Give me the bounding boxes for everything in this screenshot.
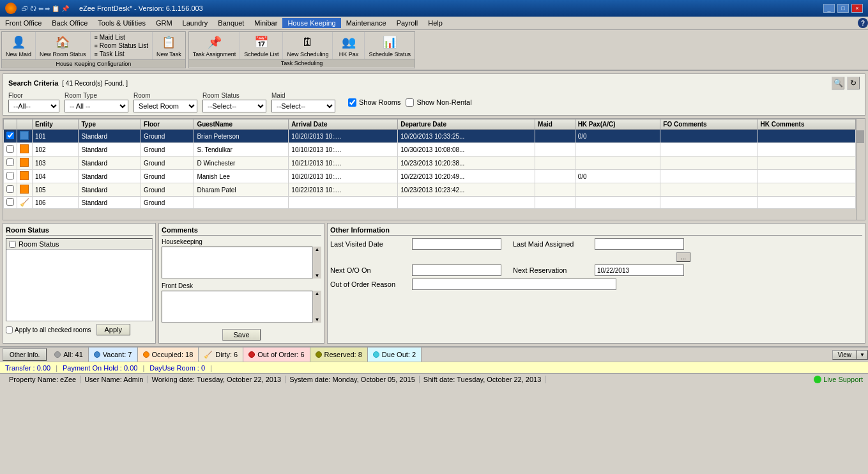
fd-scroll-down-icon[interactable]: ▼ [313,317,321,323]
row-checkbox[interactable] [6,198,14,206]
dots-button[interactable]: ... [676,252,690,262]
menu-banquet[interactable]: Banquet [213,18,249,28]
apply-button[interactable]: Apply [96,324,131,335]
menu-maintenance[interactable]: Maintenance [341,18,392,28]
close-button[interactable]: × [851,4,863,13]
row-entity: 105 [33,183,79,197]
show-rooms-checkbox[interactable] [348,98,356,107]
hk-textarea-scrollbar[interactable]: ▲ ▼ [312,247,321,279]
menu-grm[interactable]: GRM [151,18,178,28]
row-hk-comments [758,183,855,197]
row-checkbox[interactable] [6,185,14,193]
maid-select[interactable]: --Select-- [271,100,335,112]
view-button[interactable]: View [832,350,858,360]
minimize-button[interactable]: _ [823,4,835,13]
live-support[interactable]: Live Support [814,376,863,383]
row-status-cell [17,183,33,197]
frontdesk-textarea[interactable] [162,291,321,323]
row-entity: 102 [33,143,79,157]
menu-help[interactable]: Help [423,18,448,28]
fd-scroll-up-icon[interactable]: ▲ [313,291,321,296]
search-button[interactable]: 🔍 [832,77,844,89]
room-status-select[interactable]: --Select-- [202,100,266,112]
last-visited-input[interactable] [412,238,501,250]
room-status-list[interactable]: Room Status [6,238,153,321]
task-sched-buttons: 📌 Task Assignment 📅 Schedule List 🗓 New … [189,32,415,59]
table-row[interactable]: 103 Standard Ground D Winchester 10/21/2… [4,157,856,170]
last-maid-input[interactable] [595,238,684,250]
refresh-button[interactable]: ↻ [847,77,860,89]
next-reservation-input[interactable] [595,264,684,276]
row-checkbox-cell[interactable] [4,143,17,157]
row-type: Standard [79,130,141,143]
table-row[interactable]: 102 Standard Ground S. Tendulkar 10/10/2… [4,143,856,157]
row-checkbox-cell[interactable] [4,170,17,183]
row-type: Standard [79,183,141,197]
menu-front-office[interactable]: Front Office [0,18,47,28]
other-info-button[interactable]: Other Info. [3,348,47,361]
maid-field: Maid --Select-- [271,92,335,112]
table-scroll-area[interactable]: Entity Type Floor GuestName Arrival Date… [3,119,856,220]
row-checkbox-cell[interactable] [4,183,17,197]
room-status-list-item[interactable]: ≡ Room Status List [93,42,149,50]
fd-textarea-scrollbar[interactable]: ▲ ▼ [312,291,321,323]
hk-pax-button[interactable]: 👥 HK Pax [332,32,364,59]
new-scheduling-button[interactable]: 🗓 New Scheduling [282,32,332,59]
window-controls[interactable]: _ □ × [823,4,863,13]
scroll-up-icon[interactable]: ▲ [313,247,321,252]
row-status-cell [17,143,33,157]
save-button[interactable]: Save [222,329,260,340]
row-hkpax [575,183,660,197]
menu-payroll[interactable]: Payroll [392,18,423,28]
col-floor: Floor [141,119,194,130]
table-scrollbar[interactable] [856,119,865,220]
new-maid-button[interactable]: 👤 New Maid [2,32,35,59]
menu-housekeeping[interactable]: House Keeping [282,18,340,28]
table-row[interactable]: 105 Standard Ground Dharam Patel 10/22/2… [4,183,856,197]
help-icon[interactable]: ? [858,18,868,28]
live-support-icon [814,376,821,383]
schedule-status-button[interactable]: 📊 Schedule Status [364,32,415,59]
row-checkbox[interactable] [6,145,14,153]
scroll-down-icon[interactable]: ▼ [313,273,321,279]
payment-label: Payment On Hold : 0.00 [63,364,137,372]
menu-laundry[interactable]: Laundry [178,18,213,28]
new-task-button[interactable]: 📋 New Task [152,32,185,59]
scrollbar-thumb[interactable] [857,130,864,143]
floor-select[interactable]: --All-- [8,100,59,112]
room-type-select[interactable]: -- All -- [65,100,128,112]
menu-minibar[interactable]: Minibar [249,18,282,28]
schedule-list-button[interactable]: 📅 Schedule List [240,32,282,59]
status-list-select-all[interactable] [9,241,16,248]
hk-config-footer: House Keeping Configuration [2,59,185,68]
housekeeping-textarea[interactable] [162,247,321,279]
table-row[interactable]: 101 Standard Ground Brian Peterson 10/20… [4,130,856,143]
row-status-cell [17,130,33,143]
next-oo-input[interactable] [412,264,501,276]
task-assignment-button[interactable]: 📌 Task Assignment [189,32,240,59]
table-row[interactable]: 🧹 106 Standard Ground [4,197,856,209]
row-guest: Dharam Patel [194,183,289,197]
menu-tools[interactable]: Tools & Utilities [93,18,151,28]
maximize-button[interactable]: □ [837,4,849,13]
row-checkbox-cell[interactable] [4,197,17,209]
menu-back-office[interactable]: Back Office [47,18,93,28]
row-hkpax: 0/0 [575,130,660,143]
row-checkbox-cell[interactable] [4,130,17,143]
next-oo-label: Next O/O On [330,266,407,274]
apply-all-checkbox[interactable] [6,326,13,333]
row-checkbox[interactable] [6,172,14,180]
row-checkbox[interactable] [6,158,14,166]
room-select[interactable]: Select Room [133,100,197,112]
frontdesk-comment-section: Front Desk ▲ ▼ [162,282,321,324]
other-info-panel: Other Information Last Visited Date Last… [327,223,865,344]
maid-list-item[interactable]: ≡ Maid List [93,33,149,42]
row-checkbox-cell[interactable] [4,157,17,170]
table-row[interactable]: 104 Standard Ground Manish Lee 10/20/201… [4,170,856,183]
row-checkbox[interactable] [6,132,14,139]
out-of-order-input[interactable] [412,279,616,290]
task-list-item[interactable]: ≡ Task List [93,50,149,58]
new-room-status-button[interactable]: 🏠 New Room Status [36,32,90,59]
view-dropdown-button[interactable]: ▼ [857,350,868,360]
show-non-rental-checkbox[interactable] [406,98,414,107]
